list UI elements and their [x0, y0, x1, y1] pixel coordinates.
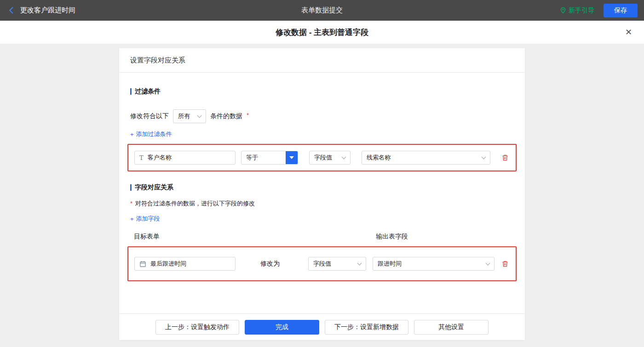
- chevron-down-icon: [342, 154, 346, 159]
- target-form-column-header: 目标表单: [134, 233, 160, 241]
- filter-value-type-select[interactable]: 字段值: [309, 151, 351, 165]
- trash-icon: [501, 154, 509, 161]
- mapping-row: 最后跟进时间 修改为 字段值 跟进时间: [127, 246, 517, 281]
- modify-to-label: 修改为: [260, 260, 280, 268]
- output-field-column-header: 输出表字段: [376, 233, 408, 241]
- match-mode-select[interactable]: 所有: [173, 109, 206, 123]
- target-field-input[interactable]: 最后跟进时间: [134, 257, 236, 271]
- add-filter-condition-label: 添加过滤条件: [136, 130, 172, 138]
- required-asterisk: *: [130, 200, 132, 207]
- dialog-title: 修改数据 - 主表到普通字段: [276, 27, 368, 38]
- mapping-value-field-value: 跟进时间: [378, 260, 402, 268]
- filter-value-field-value: 线索名称: [367, 154, 391, 162]
- mapping-value-field-select[interactable]: 跟进时间: [373, 257, 494, 271]
- filter-field-value: 客户名称: [148, 154, 172, 162]
- chevron-down-icon: [357, 261, 362, 265]
- location-pin-icon: [560, 7, 566, 14]
- save-button[interactable]: 保存: [604, 4, 638, 17]
- operator-select[interactable]: 等于: [241, 151, 298, 165]
- dialog-body: 设置字段对应关系 过滤条件 修改符合以下 所有 条件的数据 * + 添加过滤条件: [0, 44, 644, 347]
- panel-body: 过滤条件 修改符合以下 所有 条件的数据 * + 添加过滤条件 T 客户名称: [119, 73, 525, 313]
- section-accent-bar: [130, 88, 132, 95]
- chevron-down-icon: [482, 154, 486, 159]
- chevron-down-icon: [486, 261, 490, 265]
- dialog-footer: 上一步：设置触发动作 完成 下一步：设置新增数据 其他设置: [119, 313, 525, 340]
- topbar: 更改客户跟进时间 表单数据提交 新手引导 保存: [0, 0, 644, 21]
- dialog-header: 修改数据 - 主表到普通字段 ✕: [0, 21, 644, 44]
- mapping-column-headers: 目标表单 输出表字段: [130, 233, 514, 241]
- required-asterisk: *: [247, 112, 249, 119]
- calendar-icon: [139, 261, 146, 267]
- filter-value-type-value: 字段值: [314, 154, 332, 162]
- plus-icon: +: [130, 131, 134, 138]
- next-step-button[interactable]: 下一步：设置新增数据: [325, 320, 408, 335]
- operator-dropdown-toggle[interactable]: [286, 151, 298, 164]
- match-prefix-label: 修改符合以下: [130, 112, 169, 120]
- target-field-value: 最后跟进时间: [150, 260, 186, 268]
- topbar-center-title: 表单数据提交: [0, 6, 644, 15]
- back-nav[interactable]: 更改客户跟进时间: [6, 6, 75, 15]
- topbar-actions: 新手引导 保存: [560, 4, 638, 17]
- add-field-link[interactable]: + 添加字段: [130, 215, 160, 223]
- other-settings-button[interactable]: 其他设置: [414, 320, 489, 335]
- trash-icon: [501, 260, 509, 267]
- filter-match-row: 修改符合以下 所有 条件的数据 *: [130, 109, 514, 123]
- delete-mapping-row-button[interactable]: [500, 259, 510, 268]
- filter-section-label: 过滤条件: [135, 87, 161, 96]
- panel-header-title: 设置字段对应关系: [119, 48, 525, 73]
- settings-panel: 设置字段对应关系 过滤条件 修改符合以下 所有 条件的数据 * + 添加过滤条件: [119, 48, 525, 340]
- mapping-value-type-select[interactable]: 字段值: [308, 257, 366, 271]
- chevron-down-icon: [197, 113, 202, 118]
- beginner-guide-label: 新手引导: [569, 6, 594, 15]
- filter-field-input[interactable]: T 客户名称: [134, 151, 236, 165]
- add-field-label: 添加字段: [136, 215, 160, 223]
- beginner-guide-link[interactable]: 新手引导: [560, 6, 594, 15]
- filter-value-field-select[interactable]: 线索名称: [362, 151, 490, 165]
- match-mode-value: 所有: [178, 112, 190, 120]
- operator-value: 等于: [242, 151, 286, 164]
- match-suffix-label: 条件的数据: [210, 112, 242, 120]
- prev-step-button[interactable]: 上一步：设置触发动作: [155, 320, 239, 335]
- mapping-description: 对符合过滤条件的数据，进行以下字段的修改: [135, 199, 255, 208]
- done-button[interactable]: 完成: [245, 320, 319, 335]
- back-icon[interactable]: [6, 6, 16, 15]
- flow-title: 更改客户跟进时间: [20, 6, 75, 15]
- add-filter-condition-link[interactable]: + 添加过滤条件: [130, 130, 172, 138]
- mapping-section-label: 字段对应关系: [135, 183, 173, 192]
- close-icon[interactable]: ✕: [625, 28, 632, 36]
- mapping-section-title: 字段对应关系: [130, 183, 514, 192]
- mapping-description-row: * 对符合过滤条件的数据，进行以下字段的修改: [130, 199, 514, 208]
- filter-section-title: 过滤条件: [130, 87, 514, 96]
- filter-condition-row: T 客户名称 等于 字段值 线索名称: [127, 144, 517, 171]
- delete-filter-row-button[interactable]: [500, 153, 510, 162]
- text-field-icon: T: [139, 155, 144, 161]
- section-accent-bar: [130, 184, 132, 191]
- plus-icon: +: [130, 216, 134, 222]
- mapping-value-type-value: 字段值: [313, 260, 331, 268]
- triangle-down-icon: [289, 156, 294, 159]
